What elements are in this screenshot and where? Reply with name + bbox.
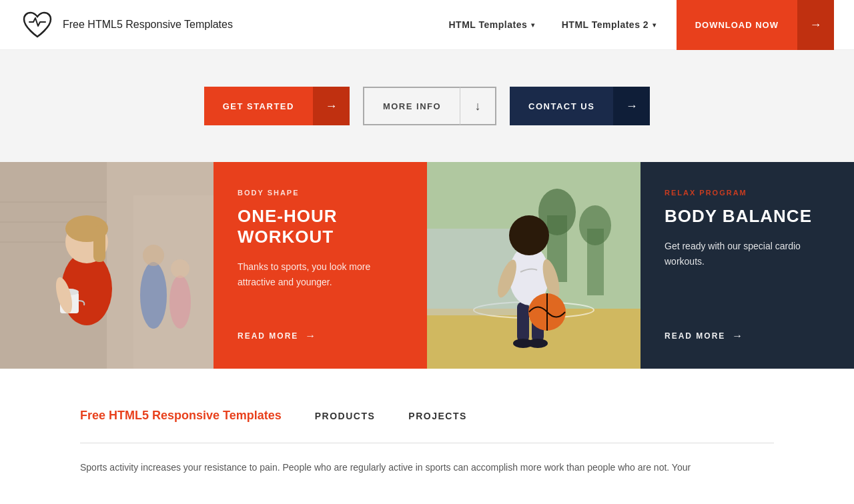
more-info-group: MORE INFO ↓ — [363, 87, 496, 125]
nav-download-group: DOWNLOAD NOW → — [677, 0, 834, 50]
nav-brand[interactable]: Free HTML5 Responsive Templates — [20, 7, 233, 42]
chevron-down-icon: ↓ — [475, 99, 481, 113]
more-info-button[interactable]: MORE INFO — [363, 87, 460, 125]
arrow-right-icon: → — [810, 18, 822, 32]
bottom-section: Free HTML5 Responsive Templates PRODUCTS… — [0, 369, 854, 476]
svg-point-28 — [528, 339, 548, 348]
gym-photo-card — [0, 162, 214, 369]
body-shape-card: BODY SHAPE ONE-HOUR WORKOUT Thanks to sp… — [214, 162, 427, 369]
navbar: Free HTML5 Responsive Templates HTML Tem… — [0, 0, 854, 50]
arrow-right-icon: → — [732, 330, 744, 342]
bottom-projects-link[interactable]: PROJECTS — [408, 411, 466, 421]
svg-rect-25 — [517, 302, 529, 342]
contact-us-button[interactable]: CONTACT US — [510, 87, 613, 125]
card-title-workout: ONE-HOUR WORKOUT — [238, 206, 403, 247]
read-more-label: READ MORE — [238, 331, 298, 341]
hero-buttons-section: GET STARTED → MORE INFO ↓ CONTACT US → — [0, 50, 854, 162]
svg-point-23 — [579, 205, 611, 245]
read-more-balance-button[interactable]: READ MORE → — [665, 330, 830, 342]
svg-rect-9 — [93, 225, 105, 262]
read-more-label: READ MORE — [665, 331, 725, 341]
card-subtitle-relax: RELAX PROGRAM — [665, 189, 830, 197]
chevron-down-icon-2: ▾ — [653, 21, 657, 29]
get-started-arrow-button[interactable]: → — [313, 87, 350, 125]
card-title-balance: BODY BALANCE — [665, 206, 830, 227]
basketball-photo-illustration — [427, 162, 640, 369]
nav-brand-text: Free HTML5 Responsive Templates — [63, 19, 233, 31]
svg-point-14 — [143, 245, 164, 266]
relax-program-card: RELAX PROGRAM BODY BALANCE Get ready wit… — [640, 162, 854, 369]
card-subtitle-body-shape: BODY SHAPE — [238, 189, 403, 197]
bottom-description-text: Sports activity increases your resistanc… — [80, 460, 774, 476]
gym-photo-illustration — [0, 162, 214, 369]
svg-point-15 — [169, 275, 191, 329]
bottom-products-link[interactable]: PRODUCTS — [315, 411, 376, 421]
arrow-right-icon: → — [626, 99, 638, 113]
get-started-group: GET STARTED → — [204, 87, 350, 125]
bottom-brand-link[interactable]: Free HTML5 Responsive Templates — [80, 409, 282, 423]
contact-us-arrow-button[interactable]: → — [613, 87, 650, 125]
download-now-button[interactable]: DOWNLOAD NOW — [677, 0, 797, 50]
heart-logo-icon — [20, 7, 55, 42]
arrow-right-icon: → — [325, 99, 337, 113]
more-info-down-button[interactable]: ↓ — [460, 87, 496, 125]
cards-section: BODY SHAPE ONE-HOUR WORKOUT Thanks to sp… — [0, 162, 854, 369]
basketball-photo-card — [427, 162, 640, 369]
arrow-right-icon: → — [305, 330, 317, 342]
contact-us-group: CONTACT US → — [510, 87, 650, 125]
bottom-nav: Free HTML5 Responsive Templates PRODUCTS… — [80, 409, 774, 423]
svg-point-16 — [171, 259, 189, 278]
read-more-workout-button[interactable]: READ MORE → — [238, 330, 403, 342]
bottom-divider — [80, 443, 774, 443]
nav-links: HTML Templates ▾ HTML Templates 2 ▾ — [448, 19, 656, 30]
download-arrow-button[interactable]: → — [797, 0, 834, 50]
card-desc-workout: Thanks to sports, you look more attracti… — [238, 259, 403, 289]
get-started-button[interactable]: GET STARTED — [204, 87, 313, 125]
svg-point-32 — [509, 215, 549, 255]
nav-link-html-templates[interactable]: HTML Templates ▾ — [448, 19, 534, 30]
chevron-down-icon: ▾ — [531, 21, 535, 29]
card-desc-balance: Get ready with our special cardio workou… — [665, 239, 830, 269]
nav-link-html-templates-2[interactable]: HTML Templates 2 ▾ — [562, 19, 657, 30]
svg-point-13 — [140, 262, 167, 329]
